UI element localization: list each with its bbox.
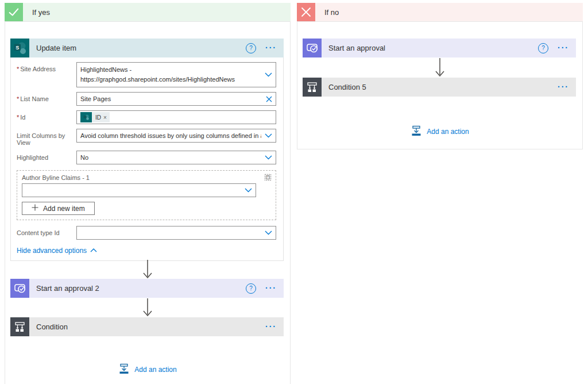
site-address-row: *Site Address HighlightedNews - https://… bbox=[17, 62, 276, 87]
chevron-up-icon bbox=[90, 247, 97, 255]
if-yes-label: If yes bbox=[32, 8, 50, 17]
add-an-action-label: Add an action bbox=[134, 366, 176, 374]
ellipsis-menu-icon[interactable]: ··· bbox=[265, 39, 277, 57]
required-asterisk: * bbox=[17, 66, 19, 72]
add-action-icon bbox=[118, 363, 130, 376]
condition-title: Condition bbox=[36, 322, 265, 331]
content-type-dropdown[interactable] bbox=[76, 226, 276, 240]
approvals-icon bbox=[303, 39, 322, 57]
switch-to-array-icon[interactable]: T bbox=[264, 173, 272, 184]
site-address-label-text: Site Address bbox=[20, 66, 56, 72]
start-approval-title: Start an approval bbox=[328, 44, 538, 52]
chevron-down-icon[interactable] bbox=[265, 231, 272, 235]
list-name-value: Site Pages bbox=[80, 95, 262, 102]
ellipsis-menu-icon[interactable]: ··· bbox=[558, 39, 569, 57]
limit-columns-value: Avoid column threshold issues by only us… bbox=[80, 132, 261, 139]
limit-columns-label-text: Limit Columns by View bbox=[17, 132, 65, 146]
token-remove-icon[interactable]: × bbox=[103, 114, 110, 121]
list-name-label: *List Name bbox=[17, 92, 76, 106]
flow-designer-canvas: If yes S Update item ? ··· *Site Address bbox=[0, 0, 588, 384]
author-byline-label: Author Byline Claims - 1 bbox=[22, 174, 271, 181]
list-name-row: *List Name Site Pages bbox=[17, 92, 276, 106]
highlighted-label: Highlighted bbox=[17, 151, 76, 164]
add-an-action-label: Add an action bbox=[427, 128, 469, 136]
highlighted-dropdown[interactable]: No bbox=[76, 151, 276, 164]
highlighted-row: Highlighted No bbox=[17, 151, 276, 164]
x-icon bbox=[297, 3, 315, 21]
id-label-text: Id bbox=[20, 114, 25, 121]
flow-connector-arrow[interactable] bbox=[5, 260, 290, 279]
help-icon[interactable]: ? bbox=[246, 283, 256, 294]
chevron-down-icon[interactable] bbox=[265, 155, 272, 160]
add-action-icon bbox=[411, 125, 422, 138]
help-icon[interactable]: ? bbox=[538, 43, 548, 53]
limit-columns-label: Limit Columns by View bbox=[17, 129, 76, 146]
site-address-label: *Site Address bbox=[17, 62, 76, 87]
update-item-title: Update item bbox=[36, 44, 246, 52]
condition-5-card[interactable]: Condition 5 ··· bbox=[303, 78, 576, 97]
check-icon bbox=[5, 3, 23, 21]
highlighted-label-text: Highlighted bbox=[17, 154, 48, 161]
add-new-item-label: Add new item bbox=[43, 205, 85, 213]
condition-icon bbox=[303, 78, 322, 97]
limit-columns-row: Limit Columns by View Avoid column thres… bbox=[17, 129, 276, 146]
sharepoint-icon: S bbox=[10, 39, 29, 57]
start-approval-2-title: Start an approval 2 bbox=[36, 284, 246, 293]
hide-advanced-options-link[interactable]: Hide advanced options bbox=[17, 247, 97, 255]
condition-icon bbox=[10, 317, 29, 336]
chevron-down-icon[interactable] bbox=[265, 72, 272, 77]
site-address-value-line2: https://graphgod.sharepoint.com/sites/Hi… bbox=[80, 75, 261, 85]
site-address-value-line1: HighlightedNews - bbox=[80, 65, 261, 75]
flow-connector-arrow[interactable] bbox=[297, 58, 582, 78]
list-name-input[interactable]: Site Pages bbox=[76, 92, 276, 106]
condition-card[interactable]: Condition ··· bbox=[10, 317, 284, 336]
add-an-action-link[interactable]: Add an action bbox=[5, 363, 290, 376]
update-item-card-header[interactable]: S Update item ? ··· bbox=[10, 39, 284, 57]
chevron-down-icon[interactable] bbox=[265, 133, 272, 138]
limit-columns-dropdown[interactable]: Avoid column threshold issues by only us… bbox=[76, 129, 276, 143]
sharepoint-token-icon bbox=[80, 112, 92, 122]
add-an-action-link[interactable]: Add an action bbox=[297, 125, 582, 138]
if-yes-panel: S Update item ? ··· *Site Address Highli… bbox=[5, 21, 291, 384]
help-icon[interactable]: ? bbox=[246, 43, 256, 53]
author-byline-group: Author Byline Claims - 1 T bbox=[17, 170, 276, 220]
required-asterisk: * bbox=[17, 95, 19, 102]
clear-x-icon[interactable] bbox=[266, 96, 272, 102]
id-dynamic-token[interactable]: ID × bbox=[80, 112, 110, 122]
site-address-input[interactable]: HighlightedNews - https://graphgod.share… bbox=[76, 62, 276, 87]
chevron-down-icon[interactable] bbox=[245, 188, 252, 193]
if-no-branch-header[interactable]: If no bbox=[297, 3, 583, 21]
if-yes-branch-header[interactable]: If yes bbox=[5, 3, 291, 21]
svg-text:S: S bbox=[16, 45, 19, 51]
ellipsis-menu-icon[interactable]: ··· bbox=[265, 279, 277, 298]
id-input[interactable]: ID × bbox=[76, 110, 276, 124]
highlighted-value: No bbox=[80, 154, 261, 161]
id-label: *Id bbox=[17, 110, 76, 124]
hide-advanced-options-label: Hide advanced options bbox=[17, 247, 87, 255]
update-item-form: *Site Address HighlightedNews - https://… bbox=[10, 57, 284, 261]
ellipsis-menu-icon[interactable]: ··· bbox=[265, 317, 277, 336]
required-asterisk: * bbox=[17, 114, 19, 121]
condition-5-title: Condition 5 bbox=[328, 83, 558, 91]
id-row: *Id ID × bbox=[17, 110, 276, 124]
content-type-label: Content type Id bbox=[17, 226, 76, 240]
approvals-icon bbox=[10, 279, 29, 298]
if-no-panel: Start an approval ? ··· Condition bbox=[297, 21, 583, 149]
add-new-item-button[interactable]: Add new item bbox=[22, 202, 95, 215]
author-byline-dropdown[interactable] bbox=[22, 183, 256, 197]
if-no-label: If no bbox=[324, 8, 339, 17]
start-approval-2-card[interactable]: Start an approval 2 ? ··· bbox=[10, 279, 284, 298]
token-label: ID bbox=[92, 114, 103, 121]
start-approval-card[interactable]: Start an approval ? ··· bbox=[303, 39, 576, 57]
plus-icon bbox=[32, 204, 38, 213]
content-type-label-text: Content type Id bbox=[17, 229, 60, 236]
list-name-label-text: List Name bbox=[20, 95, 49, 102]
ellipsis-menu-icon[interactable]: ··· bbox=[558, 78, 569, 97]
content-type-row: Content type Id bbox=[17, 226, 276, 240]
flow-connector-arrow[interactable] bbox=[5, 298, 290, 317]
